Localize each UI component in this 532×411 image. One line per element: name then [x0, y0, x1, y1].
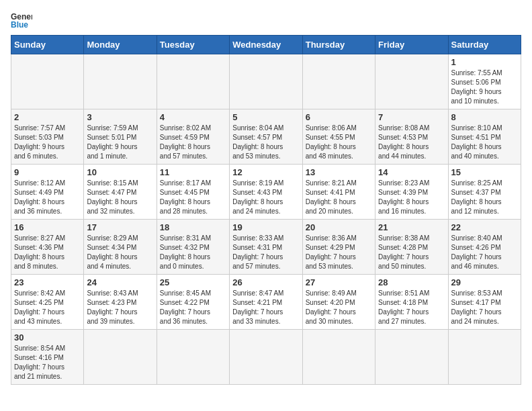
- calendar-cell: 26Sunrise: 8:47 AM Sunset: 4:21 PM Dayli…: [230, 275, 302, 330]
- calendar-cell: 14Sunrise: 8:23 AM Sunset: 4:39 PM Dayli…: [375, 165, 448, 220]
- day-number: 22: [451, 222, 518, 232]
- calendar-cell: 1Sunrise: 7:55 AM Sunset: 5:06 PM Daylig…: [448, 54, 521, 109]
- day-info: Sunrise: 8:25 AM Sunset: 4:37 PM Dayligh…: [451, 179, 518, 216]
- calendar-cell: 4Sunrise: 8:02 AM Sunset: 4:59 PM Daylig…: [157, 109, 229, 165]
- calendar-cell: 10Sunrise: 8:15 AM Sunset: 4:47 PM Dayli…: [84, 165, 157, 220]
- col-header-friday: Friday: [375, 36, 448, 54]
- page-header: General Blue: [11, 11, 521, 30]
- calendar-cell: [302, 330, 375, 385]
- calendar-cell: 25Sunrise: 8:45 AM Sunset: 4:22 PM Dayli…: [157, 275, 229, 330]
- day-number: 6: [306, 112, 372, 122]
- day-number: 4: [160, 112, 226, 122]
- day-info: Sunrise: 7:55 AM Sunset: 5:06 PM Dayligh…: [451, 68, 518, 106]
- day-info: Sunrise: 8:29 AM Sunset: 4:34 PM Dayligh…: [87, 234, 153, 271]
- logo: General Blue: [11, 11, 32, 30]
- day-number: 1: [451, 57, 518, 67]
- calendar-cell: 22Sunrise: 8:40 AM Sunset: 4:26 PM Dayli…: [448, 220, 521, 275]
- calendar-cell: 28Sunrise: 8:51 AM Sunset: 4:18 PM Dayli…: [375, 275, 448, 330]
- day-info: Sunrise: 8:38 AM Sunset: 4:28 PM Dayligh…: [378, 234, 445, 271]
- day-number: 19: [232, 222, 299, 232]
- calendar-cell: 16Sunrise: 8:27 AM Sunset: 4:36 PM Dayli…: [11, 220, 84, 275]
- day-number: 9: [14, 167, 81, 177]
- day-info: Sunrise: 8:10 AM Sunset: 4:51 PM Dayligh…: [451, 124, 518, 161]
- calendar-cell: 24Sunrise: 8:43 AM Sunset: 4:23 PM Dayli…: [84, 275, 157, 330]
- calendar-week-row: 9Sunrise: 8:12 AM Sunset: 4:49 PM Daylig…: [11, 165, 521, 220]
- day-number: 5: [232, 112, 299, 122]
- day-info: Sunrise: 8:43 AM Sunset: 4:23 PM Dayligh…: [87, 289, 153, 326]
- calendar-week-row: 23Sunrise: 8:42 AM Sunset: 4:25 PM Dayli…: [11, 275, 521, 330]
- calendar-week-row: 1Sunrise: 7:55 AM Sunset: 5:06 PM Daylig…: [11, 54, 521, 109]
- day-number: 3: [87, 112, 153, 122]
- calendar-cell: 17Sunrise: 8:29 AM Sunset: 4:34 PM Dayli…: [84, 220, 157, 275]
- calendar-cell: [448, 330, 521, 385]
- day-info: Sunrise: 8:36 AM Sunset: 4:29 PM Dayligh…: [306, 234, 372, 271]
- calendar-cell: 2Sunrise: 7:57 AM Sunset: 5:03 PM Daylig…: [11, 109, 84, 165]
- calendar-cell: 30Sunrise: 8:54 AM Sunset: 4:16 PM Dayli…: [11, 330, 84, 385]
- day-number: 7: [378, 112, 445, 122]
- calendar-cell: 20Sunrise: 8:36 AM Sunset: 4:29 PM Dayli…: [302, 220, 375, 275]
- calendar-cell: 9Sunrise: 8:12 AM Sunset: 4:49 PM Daylig…: [11, 165, 84, 220]
- day-info: Sunrise: 8:12 AM Sunset: 4:49 PM Dayligh…: [14, 179, 81, 216]
- calendar-cell: 8Sunrise: 8:10 AM Sunset: 4:51 PM Daylig…: [448, 109, 521, 165]
- day-info: Sunrise: 8:49 AM Sunset: 4:20 PM Dayligh…: [306, 289, 372, 326]
- day-info: Sunrise: 8:08 AM Sunset: 4:53 PM Dayligh…: [378, 124, 445, 161]
- calendar-cell: [11, 54, 84, 109]
- calendar-cell: [230, 54, 302, 109]
- day-number: 28: [378, 277, 445, 287]
- calendar-cell: 15Sunrise: 8:25 AM Sunset: 4:37 PM Dayli…: [448, 165, 521, 220]
- day-number: 8: [451, 112, 518, 122]
- calendar-cell: 5Sunrise: 8:04 AM Sunset: 4:57 PM Daylig…: [230, 109, 302, 165]
- day-info: Sunrise: 8:47 AM Sunset: 4:21 PM Dayligh…: [232, 289, 299, 326]
- day-info: Sunrise: 8:53 AM Sunset: 4:17 PM Dayligh…: [451, 289, 518, 326]
- calendar-cell: 11Sunrise: 8:17 AM Sunset: 4:45 PM Dayli…: [157, 165, 229, 220]
- day-number: 18: [160, 222, 226, 232]
- logo-icon: General Blue: [11, 11, 32, 30]
- calendar-cell: 19Sunrise: 8:33 AM Sunset: 4:31 PM Dayli…: [230, 220, 302, 275]
- calendar-cell: [84, 54, 157, 109]
- calendar-cell: [84, 330, 157, 385]
- day-number: 20: [306, 222, 372, 232]
- day-info: Sunrise: 8:23 AM Sunset: 4:39 PM Dayligh…: [378, 179, 445, 216]
- day-info: Sunrise: 7:57 AM Sunset: 5:03 PM Dayligh…: [14, 124, 81, 161]
- calendar-cell: 13Sunrise: 8:21 AM Sunset: 4:41 PM Dayli…: [302, 165, 375, 220]
- calendar-cell: [302, 54, 375, 109]
- day-number: 10: [87, 167, 153, 177]
- calendar-cell: [375, 330, 448, 385]
- day-info: Sunrise: 8:04 AM Sunset: 4:57 PM Dayligh…: [232, 124, 299, 161]
- day-info: Sunrise: 8:06 AM Sunset: 4:55 PM Dayligh…: [306, 124, 372, 161]
- calendar-cell: 3Sunrise: 7:59 AM Sunset: 5:01 PM Daylig…: [84, 109, 157, 165]
- calendar-table: SundayMondayTuesdayWednesdayThursdayFrid…: [11, 35, 521, 385]
- calendar-cell: 12Sunrise: 8:19 AM Sunset: 4:43 PM Dayli…: [230, 165, 302, 220]
- day-number: 29: [451, 277, 518, 287]
- calendar-cell: 21Sunrise: 8:38 AM Sunset: 4:28 PM Dayli…: [375, 220, 448, 275]
- col-header-tuesday: Tuesday: [157, 36, 229, 54]
- day-info: Sunrise: 8:02 AM Sunset: 4:59 PM Dayligh…: [160, 124, 226, 161]
- day-number: 12: [232, 167, 299, 177]
- day-number: 30: [14, 332, 81, 342]
- svg-text:Blue: Blue: [11, 20, 28, 30]
- day-info: Sunrise: 8:54 AM Sunset: 4:16 PM Dayligh…: [14, 344, 81, 381]
- calendar-cell: 18Sunrise: 8:31 AM Sunset: 4:32 PM Dayli…: [157, 220, 229, 275]
- day-number: 14: [378, 167, 445, 177]
- day-number: 15: [451, 167, 518, 177]
- col-header-thursday: Thursday: [302, 36, 375, 54]
- col-header-sunday: Sunday: [11, 36, 84, 54]
- calendar-cell: [375, 54, 448, 109]
- calendar-cell: 6Sunrise: 8:06 AM Sunset: 4:55 PM Daylig…: [302, 109, 375, 165]
- day-info: Sunrise: 7:59 AM Sunset: 5:01 PM Dayligh…: [87, 124, 153, 161]
- col-header-saturday: Saturday: [448, 36, 521, 54]
- day-info: Sunrise: 8:27 AM Sunset: 4:36 PM Dayligh…: [14, 234, 81, 271]
- col-header-monday: Monday: [84, 36, 157, 54]
- day-number: 24: [87, 277, 153, 287]
- calendar-week-row: 30Sunrise: 8:54 AM Sunset: 4:16 PM Dayli…: [11, 330, 521, 385]
- day-info: Sunrise: 8:31 AM Sunset: 4:32 PM Dayligh…: [160, 234, 226, 271]
- calendar-week-row: 2Sunrise: 7:57 AM Sunset: 5:03 PM Daylig…: [11, 109, 521, 165]
- day-info: Sunrise: 8:19 AM Sunset: 4:43 PM Dayligh…: [232, 179, 299, 216]
- day-number: 26: [232, 277, 299, 287]
- day-number: 16: [14, 222, 81, 232]
- day-number: 17: [87, 222, 153, 232]
- calendar-cell: 27Sunrise: 8:49 AM Sunset: 4:20 PM Dayli…: [302, 275, 375, 330]
- day-number: 23: [14, 277, 81, 287]
- calendar-cell: [157, 330, 229, 385]
- calendar-week-row: 16Sunrise: 8:27 AM Sunset: 4:36 PM Dayli…: [11, 220, 521, 275]
